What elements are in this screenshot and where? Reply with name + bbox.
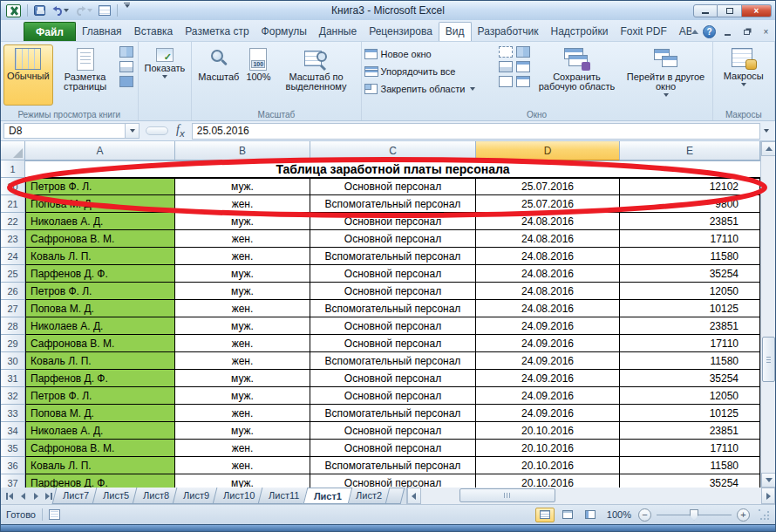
- zoom-level-label[interactable]: 100%: [607, 509, 631, 520]
- cell-A31[interactable]: Парфенов Д. Ф.: [25, 370, 175, 387]
- scroll-down-button[interactable]: [761, 473, 775, 488]
- cell-C26[interactable]: Основной персонал: [310, 283, 476, 300]
- zoom-button[interactable]: Масштаб: [194, 44, 242, 106]
- workbook-close-button[interactable]: ×: [759, 26, 773, 38]
- cell-B22[interactable]: муж.: [175, 213, 310, 230]
- scroll-right-button[interactable]: [761, 488, 775, 504]
- cell-A26[interactable]: Петров Ф. Л.: [25, 283, 175, 300]
- cell-E20[interactable]: 12102: [620, 178, 760, 195]
- cell-A28[interactable]: Николаев А. Д.: [25, 317, 175, 335]
- cell-B26[interactable]: муж.: [175, 283, 310, 300]
- row-header-35[interactable]: 35: [1, 440, 25, 457]
- cell-B33[interactable]: жен.: [175, 405, 310, 422]
- switch-windows-button[interactable]: Перейти в другое окно: [623, 44, 710, 106]
- cell-E28[interactable]: 23851: [620, 317, 760, 335]
- tab-Рецензирова[interactable]: Рецензирова: [363, 23, 439, 41]
- cell-C27[interactable]: Вспомогательный персонал: [310, 300, 476, 317]
- view-normal-button[interactable]: [535, 508, 555, 522]
- cell-B37[interactable]: муж.: [175, 474, 310, 488]
- expand-formula-bar-button[interactable]: [760, 129, 773, 133]
- row-header-36[interactable]: 36: [1, 457, 25, 474]
- cell-A29[interactable]: Сафронова В. М.: [25, 335, 175, 352]
- cell-B23[interactable]: жен.: [175, 230, 310, 248]
- tab-Разработчик[interactable]: Разработчик: [472, 23, 545, 41]
- cell-A33[interactable]: Попова М. Д.: [25, 405, 175, 422]
- row-header-23[interactable]: 23: [1, 230, 25, 248]
- page-layout-view-button[interactable]: Разметка страницы: [53, 44, 118, 106]
- cell-A25[interactable]: Парфенов Д. Ф.: [25, 265, 175, 283]
- cell-B21[interactable]: жен.: [175, 195, 310, 213]
- cell-E37[interactable]: 35254: [620, 474, 760, 488]
- cell-C32[interactable]: Основной персонал: [310, 387, 476, 405]
- show-button[interactable]: Показать: [141, 44, 189, 106]
- cell-E24[interactable]: 11580: [620, 248, 760, 265]
- cell-A22[interactable]: Николаев А. Д.: [25, 213, 175, 230]
- zoom-to-selection-button[interactable]: Масштаб по выделенному: [275, 44, 358, 106]
- cell-B24[interactable]: жен.: [175, 248, 310, 265]
- cell-C36[interactable]: Вспомогательный персонал: [310, 457, 476, 474]
- cell-D29[interactable]: 24.09.2016: [476, 335, 620, 352]
- cell-D34[interactable]: 20.10.2016: [476, 422, 620, 440]
- previous-sheet-button[interactable]: [17, 489, 29, 503]
- cell-B31[interactable]: муж.: [175, 370, 310, 387]
- cell-E23[interactable]: 17110: [620, 230, 760, 248]
- undo-button[interactable]: [50, 3, 71, 18]
- cell-C21[interactable]: Вспомогательный персонал: [310, 195, 476, 213]
- hide-window-icon[interactable]: [499, 61, 513, 72]
- cell-B35[interactable]: жен.: [175, 440, 310, 457]
- row-header-31[interactable]: 31: [1, 370, 25, 387]
- cell-B32[interactable]: муж.: [175, 387, 310, 405]
- cell-C30[interactable]: Вспомогательный персонал: [310, 352, 476, 370]
- column-header-C[interactable]: C: [310, 141, 476, 160]
- cell-D32[interactable]: 24.09.2016: [476, 387, 620, 405]
- row-header-32[interactable]: 32: [1, 387, 25, 405]
- cell-A37[interactable]: Парфенов Д. Ф.: [25, 474, 175, 488]
- cell-D27[interactable]: 24.08.2016: [476, 300, 620, 317]
- save-button[interactable]: [32, 3, 47, 18]
- row-header-26[interactable]: 26: [1, 283, 25, 300]
- close-button[interactable]: ×: [742, 4, 772, 17]
- horizontal-scrollbar-track[interactable]: [421, 488, 761, 504]
- cell-title[interactable]: Таблица заработной платы персонала: [25, 160, 760, 178]
- cell-B29[interactable]: жен.: [175, 335, 310, 352]
- cell-A27[interactable]: Попова М. Д.: [25, 300, 175, 317]
- cell-D21[interactable]: 25.07.2016: [476, 195, 620, 213]
- insert-function-button[interactable]: fx: [174, 123, 192, 139]
- cell-B30[interactable]: жен.: [175, 352, 310, 370]
- tab-Формулы[interactable]: Формулы: [255, 23, 313, 41]
- cell-E22[interactable]: 23851: [620, 213, 760, 230]
- macros-button[interactable]: Макросы: [720, 44, 767, 106]
- cell-D31[interactable]: 24.09.2016: [476, 370, 620, 387]
- tab-Надстройки[interactable]: Надстройки: [545, 23, 615, 41]
- scroll-left-button[interactable]: [407, 488, 421, 504]
- cell-D20[interactable]: 25.07.2016: [476, 178, 620, 195]
- select-all-corner[interactable]: [1, 141, 25, 160]
- row-header-25[interactable]: 25: [1, 265, 25, 283]
- row-header-28[interactable]: 28: [1, 317, 25, 335]
- vertical-scrollbar[interactable]: [760, 141, 775, 488]
- cell-A20[interactable]: Петров Ф. Л.: [25, 178, 175, 195]
- cell-E30[interactable]: 11580: [620, 352, 760, 370]
- zoom-out-button[interactable]: −: [638, 508, 651, 522]
- workbook-minimize-button[interactable]: [720, 26, 735, 38]
- full-screen-icon[interactable]: [119, 76, 133, 87]
- maximize-button[interactable]: [718, 4, 742, 17]
- horizontal-scrollbar-thumb[interactable]: [459, 488, 555, 502]
- name-box-dropdown[interactable]: [126, 123, 140, 139]
- formula-input[interactable]: 25.05.2016: [192, 123, 760, 140]
- excel-logo-icon[interactable]: [4, 3, 23, 18]
- view-page-layout-button[interactable]: [558, 508, 577, 522]
- row-header-37[interactable]: 37: [1, 474, 25, 488]
- row-header-29[interactable]: 29: [1, 335, 25, 352]
- tab-Разметка стр[interactable]: Разметка стр: [179, 23, 255, 41]
- cell-C29[interactable]: Основной персонал: [310, 335, 476, 352]
- row-header-30[interactable]: 30: [1, 352, 25, 370]
- cell-B34[interactable]: муж.: [175, 422, 310, 440]
- cell-E25[interactable]: 35254: [620, 265, 760, 283]
- row-header-1[interactable]: 1: [1, 160, 25, 178]
- zoom-100-button[interactable]: 100 100%: [242, 44, 274, 106]
- view-side-by-side-icon[interactable]: [516, 46, 530, 58]
- row-header-33[interactable]: 33: [1, 405, 25, 422]
- tab-Главная[interactable]: Главная: [76, 23, 128, 41]
- row-header-20[interactable]: 20: [1, 178, 25, 195]
